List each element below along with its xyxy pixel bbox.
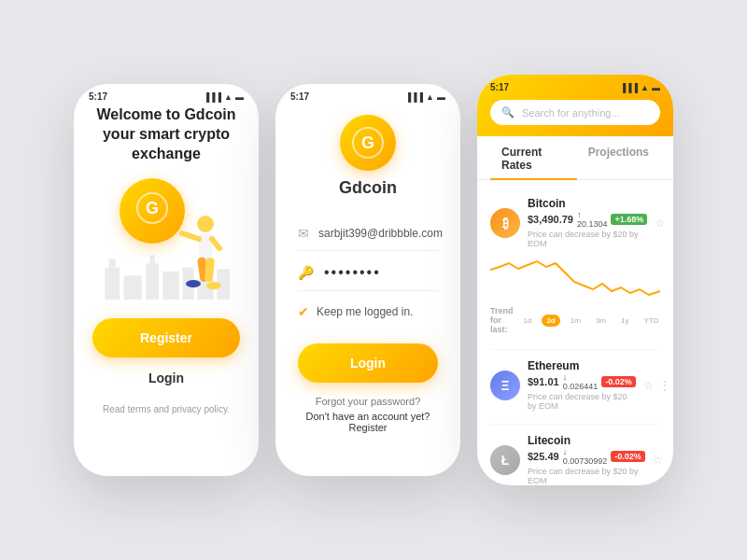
litecoin-price: $25.49 — [528, 451, 559, 462]
battery-icon: ▬ — [235, 92, 244, 102]
bitcoin-badge: +1.68% — [611, 214, 647, 225]
litecoin-top: Ł Litecoin $25.49 ↓ 0.00730992 -0.02% Pr… — [490, 434, 660, 485]
gdcoin-logo-container: G Gdcoin — [298, 115, 438, 198]
trend-1m[interactable]: 1m — [566, 315, 585, 327]
time-1: 5:17 — [89, 91, 107, 102]
bitcoin-chart: Trend for last: 1d 2d 1m 3m 1y YTD — [490, 252, 660, 340]
litecoin-name: Litecoin — [528, 434, 645, 447]
phone-dashboard: 5:17 ▐▐▐ ▲ ▬ 🔍 Search for anything... Cu… — [477, 75, 673, 485]
phone-welcome: 5:17 ▐▐▐ ▲ ▬ Welcome to Gdcoin your smar… — [74, 84, 259, 476]
figure-illustration — [173, 207, 224, 300]
trend-row: Trend for last: 1d 2d 1m 3m 1y YTD — [490, 306, 660, 334]
ethereum-icon: Ξ — [490, 371, 520, 400]
password-dots: •••••••• — [324, 264, 381, 281]
bitcoin-chart-svg — [490, 256, 660, 302]
status-bar-1: 5:17 ▐▐▐ ▲ ▬ — [74, 84, 259, 105]
ethereum-price: $91.01 — [528, 376, 559, 387]
svg-rect-2 — [124, 275, 142, 300]
litecoin-info: Litecoin $25.49 ↓ 0.00730992 -0.02% Pric… — [528, 434, 645, 485]
bitcoin-price-row: $3,490.79 ↑ 20.1304 +1.68% — [528, 210, 647, 229]
check-icon[interactable]: ✔ — [298, 304, 309, 319]
litecoin-card: Ł Litecoin $25.49 ↓ 0.00730992 -0.02% Pr… — [490, 425, 660, 485]
password-field[interactable]: 🔑 •••••••• — [298, 255, 438, 291]
litecoin-change: ↓ 0.00730992 — [563, 447, 608, 466]
tab-current-rates[interactable]: Current Rates — [490, 136, 577, 179]
svg-text:G: G — [146, 199, 159, 217]
keep-logged-label: Keep me logged in. — [317, 305, 413, 318]
trend-2d[interactable]: 2d — [542, 315, 559, 327]
bitcoin-change: ↑ 20.1304 — [577, 210, 608, 229]
bitcoin-icon: ₿ — [490, 208, 520, 238]
litecoin-badge: -0.02% — [611, 451, 645, 462]
ethereum-badge: -0.02% — [601, 376, 636, 387]
svg-rect-0 — [105, 267, 120, 300]
status-bar-3: 5:17 ▐▐▐ ▲ ▬ — [490, 75, 660, 96]
gdcoin-name: Gdcoin — [298, 178, 438, 198]
terms-text: Read terms and privacy policy. — [92, 404, 240, 414]
time-3: 5:17 — [490, 82, 509, 92]
signal-icon-3: ▐▐▐ — [620, 83, 638, 92]
bitcoin-top: ₿ Bitcoin $3,490.79 ↑ 20.1304 +1.68% Pri… — [490, 197, 660, 248]
status-icons-1: ▐▐▐ ▲ ▬ — [204, 92, 244, 102]
bitcoin-name: Bitcoin — [528, 197, 647, 210]
search-bar[interactable]: 🔍 Search for anything... — [490, 100, 660, 125]
bitcoin-actions: ☆ ⋮ — [655, 217, 673, 230]
no-account-text[interactable]: Don't have an account yet? Register — [298, 411, 438, 433]
bitcoin-card: ₿ Bitcoin $3,490.79 ↑ 20.1304 +1.68% Pri… — [490, 188, 660, 350]
status-icons-3: ▐▐▐ ▲ ▬ — [620, 83, 660, 92]
gdcoin-logo: G — [340, 115, 396, 171]
ethereum-name: Ethereum — [528, 359, 636, 372]
person-svg — [173, 207, 224, 296]
bitcoin-info: Bitcoin $3,490.79 ↑ 20.1304 +1.68% Price… — [528, 197, 647, 248]
ethereum-change: ↓ 0.026441 — [563, 372, 599, 391]
ethereum-actions: ☆ ⋮ — [643, 379, 670, 392]
litecoin-price-row: $25.49 ↓ 0.00730992 -0.02% — [528, 447, 645, 466]
battery-icon-3: ▬ — [652, 83, 660, 92]
signal-icon: ▐▐▐ — [204, 92, 221, 102]
trend-3m[interactable]: 3m — [591, 315, 611, 327]
litecoin-icon: Ł — [490, 445, 520, 475]
status-bar-2: 5:17 ▐▐▐ ▲ ▬ — [275, 84, 460, 105]
forgot-password-text[interactable]: Forgot your password? — [298, 396, 438, 407]
litecoin-actions: ☆ ⋮ — [653, 454, 673, 467]
phones-container: 5:17 ▐▐▐ ▲ ▬ Welcome to Gdcoin your smar… — [74, 75, 673, 485]
ethereum-info: Ethereum $91.01 ↓ 0.026441 -0.02% Price … — [528, 359, 636, 411]
bitcoin-sub: Price can decrease by $20 by EOM — [528, 230, 647, 248]
ethereum-card: Ξ Ethereum $91.01 ↓ 0.026441 -0.02% Pric… — [490, 350, 660, 425]
ethereum-top: Ξ Ethereum $91.01 ↓ 0.026441 -0.02% Pric… — [490, 359, 660, 411]
time-2: 5:17 — [290, 91, 309, 102]
ethereum-more-icon[interactable]: ⋮ — [659, 379, 670, 392]
bitcoin-star-icon[interactable]: ☆ — [655, 217, 665, 230]
tabs-row: Current Rates Projections — [477, 136, 673, 180]
search-placeholder: Search for anything... — [522, 107, 620, 119]
svg-point-18 — [206, 282, 221, 289]
tab-projections[interactable]: Projections — [577, 136, 660, 179]
litecoin-more-icon[interactable]: ⋮ — [669, 454, 673, 467]
svg-line-13 — [182, 233, 199, 239]
search-icon: 🔍 — [501, 106, 514, 119]
battery-icon-2: ▬ — [437, 92, 445, 102]
email-field[interactable]: ✉ sarbjit399@dribbble.com — [298, 217, 438, 251]
welcome-content: Welcome to Gdcoin your smart crypto exch… — [74, 105, 259, 414]
svg-point-17 — [186, 280, 201, 287]
litecoin-star-icon[interactable]: ☆ — [653, 454, 663, 467]
register-button[interactable]: Register — [92, 318, 240, 357]
ethereum-star-icon[interactable]: ☆ — [643, 379, 654, 392]
svg-point-11 — [197, 216, 214, 232]
svg-rect-1 — [109, 259, 116, 268]
crypto-list: ₿ Bitcoin $3,490.79 ↑ 20.1304 +1.68% Pri… — [477, 180, 673, 485]
login-content: G Gdcoin ✉ sarbjit399@dribbble.com 🔑 •••… — [275, 105, 460, 433]
email-value: sarbjit399@dribbble.com — [318, 227, 443, 240]
dashboard-header: 5:17 ▐▐▐ ▲ ▬ 🔍 Search for anything... — [477, 75, 673, 136]
trend-1y[interactable]: 1y — [616, 315, 633, 327]
svg-line-14 — [212, 239, 219, 248]
wifi-icon-2: ▲ — [426, 92, 434, 102]
trend-ytd[interactable]: YTD — [639, 315, 663, 327]
ethereum-sub: Price can decrease by $20 by EOM — [528, 392, 636, 411]
login-link[interactable]: Login — [92, 371, 240, 385]
login-button[interactable]: Login — [298, 343, 438, 383]
status-icons-2: ▐▐▐ ▲ ▬ — [405, 92, 445, 102]
bitcoin-more-icon[interactable]: ⋮ — [670, 217, 673, 230]
trend-1d[interactable]: 1d — [519, 315, 537, 327]
ethereum-price-row: $91.01 ↓ 0.026441 -0.02% — [528, 372, 636, 391]
